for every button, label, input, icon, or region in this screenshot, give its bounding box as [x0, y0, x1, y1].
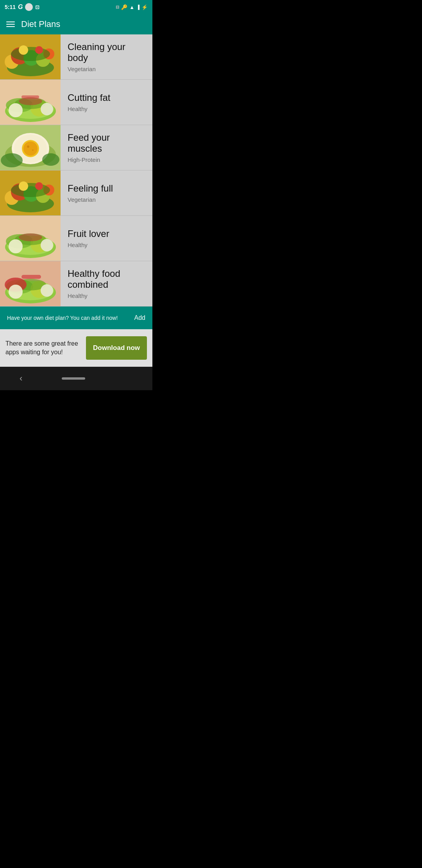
svg-point-17	[41, 103, 53, 115]
download-banner: There are some great free apps waiting f…	[0, 329, 152, 367]
back-button[interactable]: ‹	[20, 373, 22, 384]
svg-point-46	[9, 239, 23, 253]
svg-point-57	[41, 284, 53, 297]
svg-point-9	[35, 46, 43, 54]
diet-title-4: Feeling full	[68, 183, 145, 194]
diet-info-6: Healthy food combined Healthy	[61, 268, 152, 299]
footer-text: Have your own diet plan? You can add it …	[7, 315, 128, 321]
status-bar: 5:11 G ⊡ ⊟ 🔑 ▲ ▐ ⚡	[0, 0, 152, 14]
diet-item-1[interactable]: Cleaning your body Vegetarian	[0, 34, 152, 80]
svg-rect-19	[21, 95, 39, 99]
circle-icon	[25, 3, 33, 11]
diet-item-2[interactable]: Cutting fat Healthy	[0, 80, 152, 125]
status-time: 5:11	[5, 4, 16, 10]
diet-info-4: Feeling full Vegetarian	[61, 183, 152, 203]
footer-bar: Have your own diet plan? You can add it …	[0, 307, 152, 329]
diet-subtitle-3: High-Protein	[68, 156, 145, 163]
key-icon: 🔑	[121, 4, 127, 10]
wifi-icon: ▲	[129, 4, 134, 10]
diet-info-5: Fruit lover Healthy	[61, 228, 152, 248]
diet-item-5[interactable]: Fruit lover Healthy	[0, 216, 152, 261]
svg-point-27	[32, 149, 34, 151]
hamburger-line-2	[6, 24, 15, 25]
diet-subtitle-6: Healthy	[68, 292, 145, 299]
status-right: ⊟ 🔑 ▲ ▐ ⚡	[116, 4, 148, 10]
google-icon: G	[18, 4, 23, 11]
diet-subtitle-4: Vegetarian	[68, 196, 145, 203]
diet-thumb-4	[0, 170, 61, 215]
nav-bar: ‹	[0, 367, 152, 390]
diet-thumb-5	[0, 216, 61, 261]
home-pill[interactable]	[62, 377, 85, 380]
diet-subtitle-5: Healthy	[68, 242, 145, 248]
app-title: Diet Plans	[21, 19, 60, 29]
status-left: 5:11 G ⊡	[5, 3, 39, 11]
add-button[interactable]: Add	[128, 314, 145, 321]
diet-title-2: Cutting fat	[68, 92, 145, 103]
diet-subtitle-2: Healthy	[68, 106, 145, 112]
download-text: There are some great free apps waiting f…	[5, 339, 81, 357]
svg-point-38	[19, 181, 28, 191]
menu-button[interactable]	[6, 22, 15, 27]
diet-info-3: Feed your muscles High-Protein	[61, 132, 152, 163]
svg-point-56	[9, 285, 23, 299]
svg-point-26	[27, 145, 29, 148]
diet-item-6[interactable]: Healthy food combined Healthy	[0, 261, 152, 307]
cast-icon: ⊟	[116, 5, 119, 10]
svg-point-28	[1, 153, 23, 167]
signal-icon: ▐	[136, 5, 139, 9]
download-now-button[interactable]: Download now	[86, 336, 147, 360]
app-bar: Diet Plans	[0, 14, 152, 34]
diet-info-1: Cleaning your body Vegetarian	[61, 41, 152, 72]
diet-thumb-1	[0, 34, 61, 79]
svg-rect-58	[21, 275, 41, 279]
diet-info-2: Cutting fat Healthy	[61, 92, 152, 112]
hamburger-line-3	[6, 26, 15, 27]
svg-point-29	[42, 153, 59, 166]
diet-title-5: Fruit lover	[68, 228, 145, 239]
diet-item-3[interactable]: Feed your muscles High-Protein	[0, 125, 152, 170]
screenshot-icon: ⊡	[35, 4, 39, 10]
svg-point-37	[11, 183, 50, 197]
svg-point-48	[19, 233, 42, 241]
svg-point-7	[11, 47, 50, 61]
svg-point-39	[35, 182, 43, 190]
svg-point-25	[23, 142, 38, 156]
diet-title-1: Cleaning your body	[68, 41, 145, 63]
svg-point-16	[9, 103, 23, 117]
svg-point-8	[19, 45, 28, 55]
diet-subtitle-1: Vegetarian	[68, 66, 145, 72]
hamburger-line-1	[6, 22, 15, 22]
diet-list: Cleaning your body Vegetarian Cutting fa…	[0, 34, 152, 307]
diet-item-4[interactable]: Feeling full Vegetarian	[0, 170, 152, 216]
diet-title-3: Feed your muscles	[68, 132, 145, 154]
diet-title-6: Healthy food combined	[68, 268, 145, 290]
diet-thumb-3	[0, 125, 61, 170]
svg-point-47	[41, 239, 53, 251]
diet-thumb-6	[0, 261, 61, 306]
battery-icon: ⚡	[141, 4, 148, 10]
diet-thumb-2	[0, 80, 61, 125]
